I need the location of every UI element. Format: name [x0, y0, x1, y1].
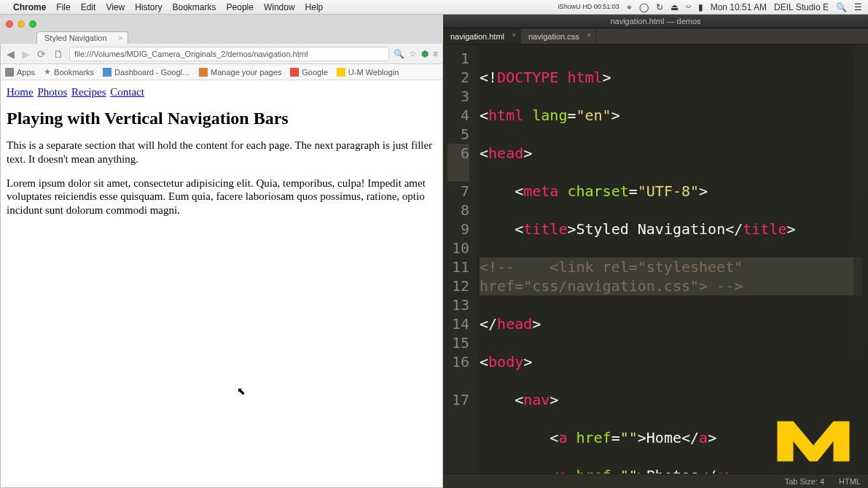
code-area[interactable]: <!DOCTYPE html> <html lang="en"> <head> … — [477, 44, 868, 473]
menu-view[interactable]: View — [106, 2, 125, 12]
bookmark-google[interactable]: Google — [290, 68, 327, 77]
zoom-window-icon[interactable] — [29, 20, 36, 28]
editor-titlebar: navigation.html — demos — [443, 15, 868, 28]
menu-window[interactable]: Window — [264, 2, 295, 12]
url-field[interactable] — [69, 47, 389, 61]
minimap[interactable] — [853, 44, 868, 473]
editor-tabstrip: navigation.html × navigation.css × — [443, 28, 868, 44]
bookmark-manage-pages[interactable]: Manage your pages — [199, 68, 281, 77]
circle-icon[interactable]: ◯ — [639, 2, 649, 12]
bookmark-bookmarks[interactable]: ★Bookmarks — [44, 67, 94, 77]
bookmarks-bar: Apps ★Bookmarks Dashboard - Googl… Manag… — [1, 64, 442, 80]
zoom-icon[interactable]: 🔍 — [394, 49, 404, 59]
close-window-icon[interactable] — [6, 20, 13, 28]
editor-body[interactable]: 123456789101112131415161718 <!DOCTYPE ht… — [443, 44, 868, 473]
extension-icon[interactable]: ⬢ — [421, 49, 429, 59]
editor-statusbar: Tab Size: 4 HTML — [443, 473, 868, 488]
bookmark-weblogin[interactable]: U-M Weblogin — [337, 68, 399, 77]
back-button[interactable]: ◀ — [5, 48, 16, 60]
editor-tab-html[interactable]: navigation.html × — [443, 28, 521, 44]
nav-link-recipes[interactable]: Recipes — [71, 86, 106, 98]
menu-bookmarks[interactable]: Bookmarks — [173, 2, 216, 12]
michigan-logo-icon — [773, 412, 853, 470]
status-lang[interactable]: HTML — [839, 477, 861, 486]
close-tab-icon[interactable]: × — [587, 31, 591, 39]
bookmark-apps[interactable]: Apps — [5, 68, 35, 77]
menu-edit[interactable]: Edit — [81, 2, 96, 12]
app-menu-chrome[interactable]: Chrome — [13, 2, 46, 12]
file-icon: 🗋 — [52, 48, 65, 60]
eject-icon[interactable]: ⏏ — [670, 2, 679, 12]
reload-button[interactable]: ⟳ — [36, 48, 47, 60]
status-tabsize[interactable]: Tab Size: 4 — [785, 477, 824, 486]
page-paragraph-1: This is a separate section that will hol… — [7, 139, 437, 166]
close-tab-icon[interactable]: × — [512, 31, 516, 39]
battery-icon[interactable]: ▮ — [698, 2, 703, 12]
address-bar: ◀ ▶ ⟳ 🗋 🔍 ☆ ⬢ ≡ — [1, 44, 442, 64]
page-nav: Home Photos Recipes Contact — [7, 86, 437, 98]
nav-link-photos[interactable]: Photos — [37, 86, 67, 98]
menubar-clock[interactable]: Mon 10:51 AM — [711, 2, 767, 12]
mac-menubar: Chrome File Edit View History Bookmarks … — [0, 0, 868, 15]
rendered-page: Home Photos Recipes Contact Playing with… — [1, 80, 442, 487]
menu-file[interactable]: File — [56, 2, 70, 12]
editor-tab-label: navigation.css — [528, 32, 579, 41]
close-tab-icon[interactable]: × — [118, 34, 122, 42]
spotlight-icon[interactable]: 🔍 — [836, 2, 847, 12]
editor-tab-label: navigation.html — [450, 32, 504, 41]
menu-history[interactable]: History — [135, 2, 162, 12]
bookmark-star-icon[interactable]: ☆ — [409, 49, 417, 59]
recorder-status: iShowU HD 00:51:03 — [558, 4, 619, 10]
page-paragraph-2: Lorem ipsum dolor sit amet, consectetur … — [7, 177, 437, 217]
code-editor: navigation.html — demos navigation.html … — [443, 15, 868, 488]
wifi-icon[interactable]: ⌔ — [686, 2, 691, 12]
nav-link-contact[interactable]: Contact — [110, 86, 144, 98]
tab-title: Styled Navigation — [44, 34, 107, 42]
chrome-menu-icon[interactable]: ≡ — [433, 49, 438, 59]
line-gutter: 123456789101112131415161718 — [443, 44, 477, 473]
editor-tab-css[interactable]: navigation.css × — [521, 28, 596, 44]
minimize-window-icon[interactable] — [17, 20, 25, 28]
menubar-user[interactable]: DEIL Studio E — [774, 2, 829, 12]
chrome-window: Styled Navigation × ◀ ▶ ⟳ 🗋 🔍 ☆ ⬢ ≡ Apps… — [0, 15, 443, 488]
window-controls — [0, 15, 443, 31]
menu-people[interactable]: People — [227, 2, 254, 12]
menu-help[interactable]: Help — [305, 2, 324, 12]
mouse-cursor-icon: ⬉ — [237, 385, 246, 397]
browser-tab[interactable]: Styled Navigation × — [36, 31, 128, 44]
page-heading: Playing with Vertical Navigation Bars — [7, 109, 437, 128]
browser-tabstrip: Styled Navigation × — [0, 31, 443, 44]
location-icon[interactable]: ⌖ — [627, 2, 632, 12]
sync-icon[interactable]: ↻ — [656, 2, 663, 12]
menu-extras-icon[interactable]: ☰ — [854, 2, 862, 12]
editor-title: navigation.html — demos — [610, 17, 700, 26]
bookmark-dashboard[interactable]: Dashboard - Googl… — [103, 68, 190, 77]
nav-link-home[interactable]: Home — [7, 86, 34, 98]
forward-button[interactable]: ▶ — [20, 48, 31, 60]
